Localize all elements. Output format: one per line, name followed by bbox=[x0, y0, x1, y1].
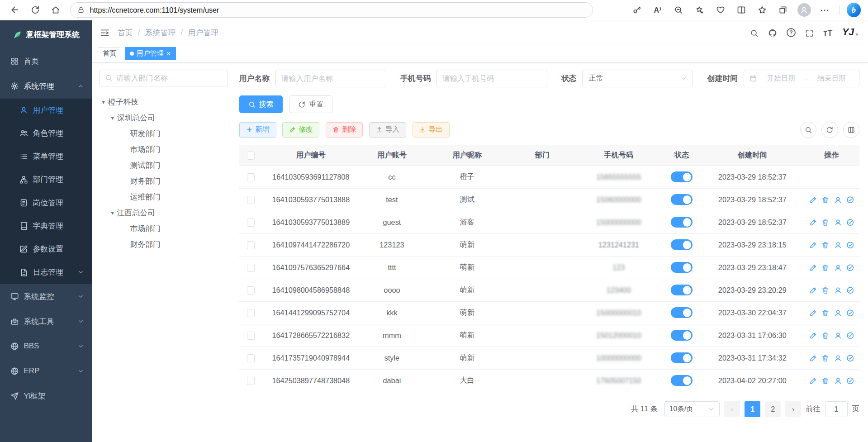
read-aloud-button[interactable]: A⁾ bbox=[649, 2, 667, 18]
assign-role-icon[interactable] bbox=[846, 241, 854, 249]
assign-role-icon[interactable] bbox=[846, 354, 854, 362]
breadcrumb-home[interactable]: 首页 bbox=[118, 28, 133, 38]
sidebar-item-dict-mgmt[interactable]: 字典管理 bbox=[0, 214, 92, 238]
sidebar-item-system-mgmt[interactable]: 系统管理 bbox=[0, 74, 92, 99]
row-checkbox[interactable] bbox=[247, 196, 255, 204]
tree-expand-caret[interactable]: ▾ bbox=[108, 209, 117, 216]
row-checkbox[interactable] bbox=[247, 219, 255, 227]
sidebar-item-erp[interactable]: ERP bbox=[0, 359, 92, 384]
sidebar-item-bbs[interactable]: BBS bbox=[0, 334, 92, 359]
tree-node-dept[interactable]: 研发部门 bbox=[99, 126, 228, 142]
refresh-button[interactable] bbox=[26, 2, 44, 18]
status-select[interactable]: 正常 bbox=[582, 70, 693, 87]
tab-user-mgmt[interactable]: 用户管理 × bbox=[125, 47, 176, 60]
edit-row-icon[interactable] bbox=[809, 309, 817, 317]
search-button[interactable]: 搜索 bbox=[239, 95, 283, 113]
tree-node-dept[interactable]: 财务部门 bbox=[99, 173, 228, 189]
reset-password-icon[interactable] bbox=[834, 264, 842, 272]
sidebar-item-home[interactable]: 首页 bbox=[0, 49, 92, 74]
favorites-button[interactable] bbox=[753, 2, 771, 18]
page-button-2[interactable]: 2 bbox=[765, 401, 781, 417]
back-button[interactable] bbox=[6, 2, 24, 18]
dept-search-input[interactable] bbox=[116, 74, 222, 82]
collections-button[interactable] bbox=[774, 2, 792, 18]
sidebar-item-menu-mgmt[interactable]: 菜单管理 bbox=[0, 145, 92, 168]
tree-node-dept[interactable]: 市场部门 bbox=[99, 221, 228, 237]
row-checkbox[interactable] bbox=[247, 332, 255, 340]
reset-password-icon[interactable] bbox=[834, 196, 842, 204]
status-toggle[interactable] bbox=[671, 307, 693, 318]
sidebar-item-param-settings[interactable]: 参数设置 bbox=[0, 238, 92, 261]
status-toggle[interactable] bbox=[671, 375, 693, 386]
export-button[interactable]: 导出 bbox=[413, 122, 450, 138]
edit-row-icon[interactable] bbox=[809, 264, 817, 272]
tree-node-dept[interactable]: 运维部门 bbox=[99, 189, 228, 205]
split-screen-button[interactable] bbox=[732, 2, 750, 18]
status-toggle[interactable] bbox=[671, 217, 693, 228]
edit-row-icon[interactable] bbox=[809, 241, 817, 249]
reset-password-icon[interactable] bbox=[834, 286, 842, 295]
edit-row-icon[interactable] bbox=[809, 286, 817, 295]
edit-row-icon[interactable] bbox=[809, 332, 817, 340]
status-toggle[interactable] bbox=[671, 239, 693, 250]
row-checkbox[interactable] bbox=[247, 309, 255, 317]
assign-role-icon[interactable] bbox=[846, 377, 854, 385]
zoom-button[interactable] bbox=[669, 2, 688, 18]
browser-essentials-button[interactable] bbox=[711, 2, 730, 18]
row-checkbox[interactable] bbox=[247, 173, 255, 181]
sidebar-fold-button[interactable] bbox=[100, 27, 109, 38]
reset-password-icon[interactable] bbox=[834, 377, 842, 385]
edit-row-icon[interactable] bbox=[809, 196, 817, 204]
phone-input[interactable] bbox=[442, 74, 541, 83]
goto-page-input[interactable] bbox=[825, 401, 848, 417]
header-search-button[interactable] bbox=[750, 28, 759, 38]
close-icon[interactable]: × bbox=[166, 50, 171, 57]
row-checkbox[interactable] bbox=[247, 241, 255, 249]
delete-row-icon[interactable] bbox=[821, 219, 830, 227]
reset-button[interactable]: 重置 bbox=[289, 95, 333, 113]
profile-button[interactable] bbox=[795, 2, 813, 18]
tree-node-dept[interactable]: 测试部门 bbox=[99, 157, 228, 173]
page-size-select[interactable]: 10条/页 bbox=[664, 401, 720, 417]
status-toggle[interactable] bbox=[671, 285, 693, 295]
assign-role-icon[interactable] bbox=[846, 264, 854, 272]
import-button[interactable]: 导入 bbox=[369, 122, 406, 138]
sidebar-item-system-monitor[interactable]: 系统监控 bbox=[0, 284, 92, 309]
delete-row-icon[interactable] bbox=[821, 354, 830, 362]
select-all-checkbox[interactable] bbox=[247, 152, 255, 160]
delete-row-icon[interactable] bbox=[821, 377, 830, 385]
help-button[interactable]: ? bbox=[787, 28, 796, 37]
url-input[interactable] bbox=[90, 6, 586, 14]
password-key-button[interactable] bbox=[628, 2, 646, 18]
reset-password-icon[interactable] bbox=[834, 219, 842, 227]
sidebar-item-post-mgmt[interactable]: 岗位管理 bbox=[0, 191, 92, 214]
user-avatar-menu[interactable]: YJ ▾ bbox=[842, 28, 858, 37]
add-favorite-button[interactable] bbox=[690, 2, 708, 18]
row-checkbox[interactable] bbox=[247, 354, 255, 362]
status-toggle[interactable] bbox=[671, 171, 693, 182]
tree-node-branch[interactable]: ▾江西总公司 bbox=[99, 205, 228, 221]
tree-expand-caret[interactable]: ▾ bbox=[99, 99, 108, 105]
edit-row-icon[interactable] bbox=[809, 219, 817, 227]
reset-password-icon[interactable] bbox=[834, 309, 842, 317]
reset-password-icon[interactable] bbox=[834, 354, 842, 362]
tab-home[interactable]: 首页 bbox=[98, 47, 121, 60]
copilot-bing-button[interactable]: b bbox=[845, 2, 863, 18]
status-toggle[interactable] bbox=[671, 194, 693, 205]
sidebar-item-system-tools[interactable]: 系统工具 bbox=[0, 309, 92, 334]
sidebar-item-dept-mgmt[interactable]: 部门管理 bbox=[0, 168, 92, 191]
delete-row-icon[interactable] bbox=[821, 286, 830, 295]
edit-row-icon[interactable] bbox=[809, 377, 817, 385]
fullscreen-button[interactable] bbox=[805, 28, 814, 38]
font-size-button[interactable]: тT bbox=[823, 28, 833, 38]
refresh-table-button[interactable] bbox=[821, 122, 838, 138]
breadcrumb-system-mgmt[interactable]: 系统管理 bbox=[145, 28, 175, 38]
assign-role-icon[interactable] bbox=[846, 286, 854, 295]
row-checkbox[interactable] bbox=[247, 286, 255, 295]
delete-row-icon[interactable] bbox=[821, 264, 830, 272]
sidebar-item-log-mgmt[interactable]: 日志管理 bbox=[0, 261, 92, 284]
delete-row-icon[interactable] bbox=[821, 332, 830, 340]
assign-role-icon[interactable] bbox=[846, 332, 854, 340]
site-info-lock-icon[interactable] bbox=[77, 6, 85, 14]
toggle-search-button[interactable] bbox=[800, 122, 816, 138]
